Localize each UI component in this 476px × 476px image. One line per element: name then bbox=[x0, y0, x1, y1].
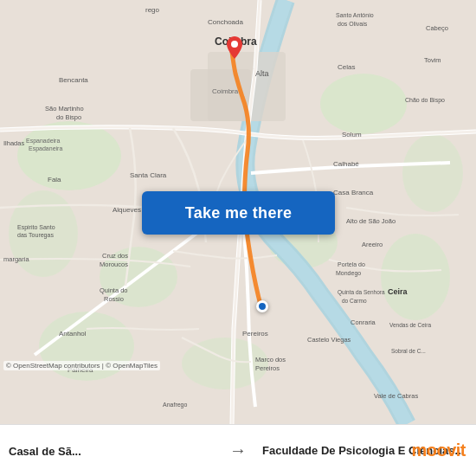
svg-text:Ceira: Ceira bbox=[388, 287, 408, 296]
svg-text:Fala: Fala bbox=[48, 176, 61, 183]
footer-from-text: Casal de Sã... bbox=[9, 445, 214, 458]
svg-text:Tovim: Tovim bbox=[424, 56, 441, 64]
svg-text:Portela do: Portela do bbox=[338, 261, 365, 267]
svg-text:Espadaneira: Espadaneira bbox=[29, 145, 62, 152]
svg-text:Anafrego: Anafrego bbox=[163, 402, 188, 408]
moovit-brand-name: moovit bbox=[411, 441, 466, 460]
svg-text:Espirito Santo: Espirito Santo bbox=[17, 224, 55, 231]
svg-text:Sobral de C...: Sobral de C... bbox=[391, 348, 426, 354]
svg-text:do Carmo: do Carmo bbox=[342, 298, 367, 304]
svg-text:São Martinho: São Martinho bbox=[45, 105, 84, 113]
svg-point-7 bbox=[182, 338, 268, 389]
svg-text:Castelo Viegas: Castelo Viegas bbox=[307, 336, 351, 344]
origin-pin bbox=[256, 300, 268, 312]
svg-text:Cruz dos: Cruz dos bbox=[102, 252, 128, 260]
svg-point-9 bbox=[402, 134, 463, 212]
svg-text:Vendas de Ceira: Vendas de Ceira bbox=[389, 322, 431, 328]
svg-text:Espanadeira: Espanadeira bbox=[26, 138, 60, 145]
svg-text:Quinta do: Quinta do bbox=[100, 286, 128, 294]
svg-text:Celas: Celas bbox=[338, 63, 355, 71]
svg-point-5 bbox=[381, 234, 450, 320]
svg-text:Bencanta: Bencanta bbox=[59, 76, 88, 84]
svg-text:Pereiros: Pereiros bbox=[242, 330, 268, 338]
svg-text:Chão do Bispo: Chão do Bispo bbox=[405, 97, 445, 104]
svg-text:dos Olivais: dos Olivais bbox=[338, 21, 368, 27]
svg-point-2 bbox=[320, 74, 407, 134]
svg-text:Alqueves: Alqueves bbox=[113, 206, 141, 214]
svg-text:Rossio: Rossio bbox=[104, 295, 124, 303]
svg-text:Calhabé: Calhabé bbox=[333, 160, 359, 168]
footer-origin: Casal de Sã... bbox=[0, 443, 222, 458]
footer-arrow-icon: → bbox=[222, 441, 254, 460]
svg-text:do Bispo: do Bispo bbox=[56, 113, 81, 121]
svg-text:Moroucos: Moroucos bbox=[100, 261, 128, 268]
svg-text:Alta: Alta bbox=[255, 69, 269, 78]
svg-text:Alto de São João: Alto de São João bbox=[346, 217, 396, 225]
svg-point-61 bbox=[231, 41, 238, 48]
svg-text:Pereiros: Pereiros bbox=[255, 364, 280, 372]
svg-text:das Touregas: das Touregas bbox=[17, 232, 54, 239]
svg-text:Ilhadas: Ilhadas bbox=[3, 139, 24, 147]
svg-text:Marco dos: Marco dos bbox=[255, 356, 286, 363]
svg-text:Vale de Cabras: Vale de Cabras bbox=[374, 392, 418, 400]
svg-text:Quinta da Senhora: Quinta da Senhora bbox=[338, 289, 385, 296]
svg-text:Solum: Solum bbox=[342, 131, 362, 138]
moovit-logo: moovit bbox=[411, 424, 471, 476]
svg-text:Antanhol: Antanhol bbox=[59, 330, 87, 338]
svg-text:margaria: margaria bbox=[3, 255, 29, 263]
svg-text:Santa Clara: Santa Clara bbox=[130, 171, 167, 179]
svg-text:Santo António: Santo António bbox=[336, 12, 374, 18]
svg-text:Casa Branca: Casa Branca bbox=[333, 189, 374, 196]
svg-text:rego: rego bbox=[145, 6, 160, 14]
svg-text:Conchoada: Conchoada bbox=[208, 18, 243, 26]
map-attribution: © OpenStreetMap contributors | © OpenMap… bbox=[3, 361, 160, 370]
svg-text:Mondego: Mondego bbox=[336, 270, 361, 277]
take-me-there-button[interactable]: Take me there bbox=[142, 191, 335, 235]
svg-text:Areeiro: Areeiro bbox=[362, 241, 383, 248]
map-container: Coimbra Alta Coimbra Bencanta São Martin… bbox=[0, 0, 476, 424]
footer: Casal de Sã... → Faculdade De Psicologia… bbox=[0, 424, 476, 476]
svg-text:Coimbra: Coimbra bbox=[212, 87, 239, 95]
destination-pin bbox=[227, 36, 242, 57]
svg-point-1 bbox=[17, 121, 121, 190]
svg-text:Conraria: Conraria bbox=[351, 318, 376, 326]
svg-text:Cabeço: Cabeço bbox=[426, 24, 448, 32]
